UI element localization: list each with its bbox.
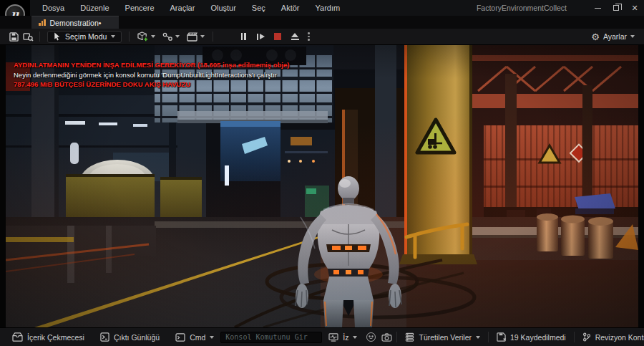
chevron-down-icon: [175, 35, 180, 38]
insights-buttons: [364, 332, 395, 342]
settings-label: Ayarlar: [603, 32, 627, 41]
unreal-editor-window: u Dosya Düzenle Pencere Araçlar Oluştur …: [0, 0, 644, 346]
console-icon: [175, 333, 185, 342]
blueprint-icon: [162, 32, 173, 42]
minimize-button[interactable]: [588, 0, 607, 16]
tab-row: Demonstration•: [0, 16, 644, 29]
level-tab-label: Demonstration•: [50, 19, 102, 27]
chevron-down-icon: [630, 35, 635, 38]
derived-data-label: Türetilen Veriler: [419, 333, 472, 342]
toolbar-separator: [129, 32, 130, 42]
eject-button[interactable]: [288, 31, 302, 43]
trace-icon: [328, 333, 338, 342]
add-actor-dropdown[interactable]: [134, 32, 159, 42]
stop-icon: [274, 33, 281, 40]
chevron-down-icon: [151, 35, 155, 38]
toolbar-separator: [39, 32, 40, 42]
output-log-button[interactable]: Çıktı Günlüğü: [94, 328, 166, 346]
menu-item-dosya[interactable]: Dosya: [34, 0, 72, 16]
editor-mode-dropdown[interactable]: Seçim Modu: [47, 31, 122, 43]
browse-content-button[interactable]: [21, 31, 35, 43]
branch-icon: [582, 332, 591, 342]
revision-control-dropdown[interactable]: Revizyon Kontrolü: [576, 332, 644, 342]
title-right: FactoryEnvironmentCollect ✕: [477, 0, 644, 16]
menu-bar: Dosya Düzenle Pencere Araçlar Oluştur Se…: [34, 0, 348, 16]
cursor-icon: [54, 32, 61, 41]
statusbar-right: İz Tür: [322, 332, 644, 342]
play-options-button[interactable]: [305, 32, 313, 41]
window-title: FactoryEnvironmentCollect: [477, 4, 567, 12]
eject-icon: [291, 33, 299, 40]
maximize-icon: [613, 5, 619, 11]
level-viewport[interactable]: AYDINLATMANIN YENİDEN İNŞA EDİLMESİ GERE…: [6, 45, 638, 327]
menu-item-olustur[interactable]: Oluştur: [203, 0, 243, 16]
revision-control-label: Revizyon Kontrolü: [595, 333, 644, 342]
output-log-label: Çıktı Günlüğü: [114, 333, 160, 342]
menu-item-aktor[interactable]: Aktör: [273, 0, 308, 16]
browse-icon: [23, 32, 34, 42]
derived-data-dropdown[interactable]: Türetilen Veriler: [399, 332, 487, 342]
menu-item-duzenle[interactable]: Düzenle: [72, 0, 117, 16]
console-command-input[interactable]: [220, 332, 322, 343]
menu-item-araclar[interactable]: Araçlar: [162, 0, 203, 16]
menu-item-sec[interactable]: Seç: [244, 0, 273, 16]
kebab-icon: [308, 32, 310, 34]
gear-icon: ⚙: [591, 32, 600, 42]
save-button[interactable]: [6, 31, 21, 43]
maximize-button[interactable]: [607, 0, 625, 16]
chevron-down-icon: [476, 336, 480, 339]
right-red-warehouse: [472, 45, 638, 224]
drawer-icon: [12, 332, 23, 342]
settings-dropdown[interactable]: ⚙ Ayarlar: [591, 32, 638, 42]
camera-icon[interactable]: [381, 333, 392, 342]
close-button[interactable]: ✕: [625, 0, 644, 16]
frame-skip-button[interactable]: [253, 31, 268, 43]
layers-icon: [405, 332, 414, 342]
menu-item-yardim[interactable]: Yardım: [308, 0, 348, 16]
save-icon: [9, 32, 19, 42]
cinematics-icon: [187, 32, 198, 42]
cmd-label: Cmd: [190, 333, 205, 342]
add-actor-icon: [137, 32, 149, 42]
lighting-rebuild-warning: AYDINLATMANIN YENİDEN İNŞA EDİLMESİ GERE…: [14, 60, 289, 70]
snapshot-icon[interactable]: [366, 332, 376, 342]
stop-button[interactable]: [270, 31, 285, 43]
window-controls: ✕: [588, 0, 644, 16]
chevron-down-icon: [111, 35, 115, 38]
viewport-warnings: AYDINLATMANIN YENİDEN İNŞA EDİLMESİ GERE…: [14, 60, 289, 90]
title-bar: u Dosya Düzenle Pencere Araçlar Oluştur …: [0, 0, 644, 16]
step-icon: [257, 34, 258, 40]
content-drawer-button[interactable]: İçerik Çekmecesi: [6, 328, 91, 346]
trace-dropdown[interactable]: İz: [322, 333, 364, 342]
log-icon: [100, 332, 109, 342]
pause-icon: [241, 33, 243, 40]
floppy-icon: [497, 332, 506, 342]
chevron-down-icon: [200, 35, 205, 38]
console-hint-message: Neyin derlenmediğini görmek için konsol …: [14, 70, 289, 80]
close-icon: ✕: [631, 4, 638, 12]
pause-button[interactable]: [236, 31, 250, 43]
status-bar: İçerik Çekmecesi Çıktı Günlüğü Cmd: [0, 327, 644, 346]
trace-label: İz: [343, 333, 348, 342]
minimize-icon: [595, 8, 601, 9]
blueprints-dropdown[interactable]: [159, 32, 183, 42]
menu-item-pencere[interactable]: Pencere: [117, 0, 162, 16]
play-controls: [236, 31, 313, 43]
cinematics-dropdown[interactable]: [183, 32, 208, 42]
main-toolbar: Seçim Modu: [0, 29, 644, 45]
level-histogram-icon: [39, 19, 46, 26]
toolbar-separator: [213, 32, 213, 42]
level-tab-demonstration[interactable]: Demonstration•: [31, 16, 119, 29]
unsaved-button[interactable]: 19 Kaydedilmedi: [490, 332, 572, 342]
texture-streaming-warning: 787.496 MiB BÜTÇESİ ÜZERİNDE DOKU AKIŞ H…: [14, 80, 289, 90]
mode-label: Seçim Modu: [65, 32, 107, 41]
content-drawer-label: İçerik Çekmecesi: [27, 333, 84, 342]
unsaved-label: 19 Kaydedilmedi: [510, 333, 566, 342]
yellow-pillar: [399, 45, 477, 264]
chevron-down-icon: [353, 336, 357, 339]
chevron-down-icon: [210, 336, 214, 339]
cmd-dropdown[interactable]: Cmd: [169, 328, 220, 346]
